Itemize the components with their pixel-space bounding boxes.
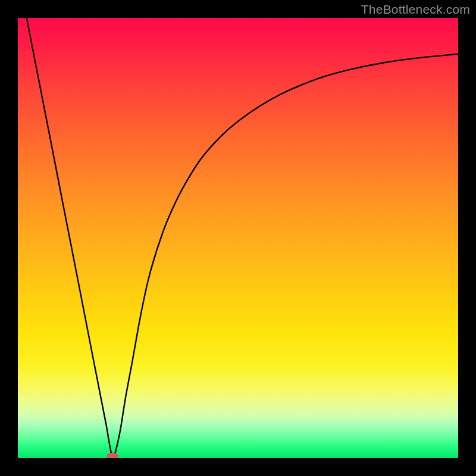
minimum-marker	[107, 453, 118, 458]
chart-frame: TheBottleneck.com	[0, 0, 476, 476]
watermark-text: TheBottleneck.com	[361, 2, 470, 17]
bottleneck-curve	[27, 18, 458, 456]
curve-svg	[18, 18, 458, 458]
plot-area	[18, 18, 458, 458]
